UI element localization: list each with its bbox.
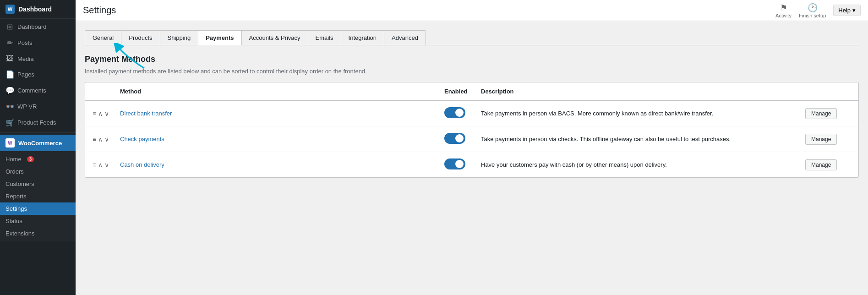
woocommerce-header[interactable]: W WooCommerce: [0, 135, 76, 151]
sidebar-item-label: WP VR: [17, 103, 37, 110]
toggle-switch-check[interactable]: [444, 133, 465, 144]
activity-button[interactable]: ⚑ Activity: [775, 3, 792, 18]
sidebar-item-label: Media: [17, 55, 33, 62]
toggle-cod[interactable]: [444, 158, 481, 171]
method-name-bank[interactable]: Direct bank transfer: [120, 110, 444, 117]
finish-setup-button[interactable]: 🕐 Finish setup: [799, 3, 826, 18]
toggle-switch-bank[interactable]: [444, 107, 465, 118]
wordpress-icon: W: [5, 5, 15, 14]
sidebar-main-items: ⊞ Dashboard ✏ Posts 🖼 Media 📄 Pages 💬 Co…: [0, 19, 76, 131]
chevron-down-icon: ▾: [852, 7, 856, 14]
tab-payments[interactable]: Payments: [198, 30, 241, 45]
manage-col-check: Manage: [805, 134, 851, 145]
table-row: ≡ ∧ ∨ Check payments Take payments in pe…: [85, 126, 858, 152]
sidebar-item-dashboard[interactable]: ⊞ Dashboard: [0, 19, 76, 35]
main-area: Settings ⚑ Activity 🕐 Finish setup Help …: [76, 0, 868, 295]
settings-label: Settings: [5, 205, 27, 212]
sidebar-item-pages[interactable]: 📄 Pages: [0, 66, 76, 82]
tab-accounts-privacy[interactable]: Accounts & Privacy: [241, 30, 308, 45]
sidebar-item-media[interactable]: 🖼 Media: [0, 51, 76, 66]
row-controls-check: ≡ ∧ ∨: [93, 136, 120, 143]
settings-tabs: General Products Shipping Payments Accou…: [85, 30, 859, 45]
method-name-cod[interactable]: Cash on delivery: [120, 161, 444, 168]
sidebar: W Dashboard ⊞ Dashboard ✏ Posts 🖼 Media …: [0, 0, 76, 295]
manage-button-check[interactable]: Manage: [805, 134, 837, 145]
tab-integration[interactable]: Integration: [341, 30, 384, 45]
method-name-check[interactable]: Check payments: [120, 136, 444, 142]
drag-handle-icon[interactable]: ≡: [93, 161, 96, 169]
woocommerce-label: WooCommerce: [18, 140, 62, 147]
table-header: Method Enabled Description: [85, 82, 858, 101]
move-up-icon[interactable]: ∧: [98, 136, 103, 143]
sidebar-item-wp-vr[interactable]: 👓 WP VR: [0, 98, 76, 115]
manage-button-cod[interactable]: Manage: [805, 159, 837, 170]
tab-shipping[interactable]: Shipping: [160, 30, 199, 45]
home-label: Home: [5, 156, 22, 163]
help-button[interactable]: Help ▾: [833, 5, 861, 16]
col-method-header: Method: [120, 88, 444, 95]
drag-handle-icon[interactable]: ≡: [93, 136, 96, 143]
tab-general[interactable]: General: [85, 30, 121, 45]
posts-icon: ✏: [5, 38, 14, 47]
topbar-right: ⚑ Activity 🕐 Finish setup Help ▾: [775, 3, 861, 18]
dashboard-icon: ⊞: [5, 22, 14, 31]
toggle-switch-cod[interactable]: [444, 158, 465, 169]
sidebar-item-label: Dashboard: [17, 23, 47, 30]
table-row: ≡ ∧ ∨ Cash on delivery Have your custome…: [85, 152, 858, 177]
sidebar-logo-label: Dashboard: [18, 5, 52, 13]
topbar: Settings ⚑ Activity 🕐 Finish setup Help …: [76, 0, 868, 21]
sidebar-item-posts[interactable]: ✏ Posts: [0, 35, 76, 51]
sidebar-item-label: Product Feeds: [17, 119, 56, 126]
customers-label: Customers: [5, 180, 34, 187]
product-feeds-icon: 🛒: [5, 118, 14, 127]
move-down-icon[interactable]: ∨: [104, 110, 109, 117]
sidebar-item-status[interactable]: Status: [0, 215, 76, 227]
reports-label: Reports: [5, 193, 27, 200]
media-icon: 🖼: [5, 55, 14, 63]
col-action-header: [805, 88, 851, 95]
table-row: ≡ ∧ ∨ Direct bank transfer Take payments…: [85, 101, 858, 126]
sidebar-item-product-feeds[interactable]: 🛒 Product Feeds: [0, 115, 76, 131]
drag-handle-icon[interactable]: ≡: [93, 110, 96, 117]
desc-check: Take payments in person via checks. This…: [481, 135, 805, 144]
comments-icon: 💬: [5, 86, 14, 95]
page-title: Settings: [83, 5, 116, 16]
payment-table: Method Enabled Description ≡ ∧ ∨ Direct …: [85, 82, 859, 178]
move-up-icon[interactable]: ∧: [98, 161, 103, 169]
manage-button-bank[interactable]: Manage: [805, 108, 837, 119]
desc-cod: Have your customers pay with cash (or by…: [481, 160, 805, 169]
sidebar-item-comments[interactable]: 💬 Comments: [0, 82, 76, 98]
content-area: General Products Shipping Payments Accou…: [76, 21, 868, 295]
status-label: Status: [5, 218, 22, 224]
col-controls-header: [93, 88, 120, 95]
desc-bank: Take payments in person via BACS. More c…: [481, 109, 805, 118]
toggle-check[interactable]: [444, 133, 481, 145]
row-controls-cod: ≡ ∧ ∨: [93, 161, 120, 169]
sidebar-item-settings[interactable]: Settings: [0, 202, 76, 215]
tab-emails[interactable]: Emails: [308, 30, 341, 45]
move-up-icon[interactable]: ∧: [98, 110, 103, 117]
flag-icon: ⚑: [780, 3, 787, 13]
pages-icon: 📄: [5, 70, 14, 79]
sidebar-item-extensions[interactable]: Extensions: [0, 227, 76, 240]
help-label: Help: [838, 7, 851, 14]
sidebar-item-customers[interactable]: Customers: [0, 178, 76, 190]
move-down-icon[interactable]: ∨: [104, 161, 109, 169]
activity-label: Activity: [775, 13, 792, 18]
section-description: Installed payment methods are listed bel…: [85, 68, 859, 75]
sidebar-item-label: Pages: [17, 71, 34, 78]
sidebar-item-reports[interactable]: Reports: [0, 190, 76, 202]
extensions-label: Extensions: [5, 230, 35, 237]
manage-col-bank: Manage: [805, 108, 851, 119]
sidebar-item-home[interactable]: Home 3: [0, 153, 76, 165]
sidebar-divider: [0, 132, 76, 133]
toggle-bank[interactable]: [444, 107, 481, 120]
woocommerce-icon: W: [5, 138, 15, 148]
tab-products[interactable]: Products: [121, 30, 160, 45]
move-down-icon[interactable]: ∨: [104, 136, 109, 143]
sidebar-item-orders[interactable]: Orders: [0, 165, 76, 178]
sidebar-logo[interactable]: W Dashboard: [0, 0, 76, 19]
tabs-container: General Products Shipping Payments Accou…: [85, 30, 859, 55]
col-description-header: Description: [481, 88, 805, 95]
tab-advanced[interactable]: Advanced: [384, 30, 426, 45]
